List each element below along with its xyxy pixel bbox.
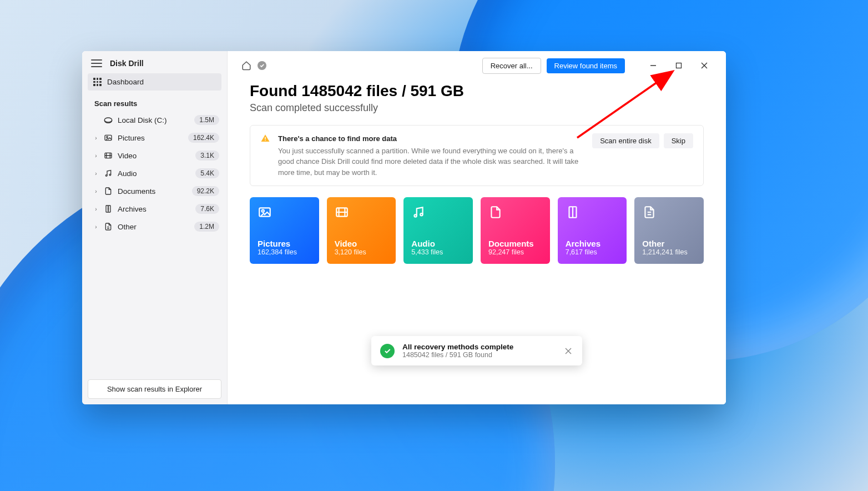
maximize-button[interactable] <box>666 57 692 74</box>
window-controls <box>640 57 717 74</box>
card-title: Documents <box>488 239 542 248</box>
card-title: Pictures <box>258 239 311 248</box>
sidebar-item-dashboard[interactable]: Dashboard <box>88 73 221 91</box>
sidebar-item-local-disk[interactable]: Local Disk (C:) 1.5M <box>82 111 227 129</box>
info-body: You just successfully scanned a partitio… <box>278 147 578 177</box>
dashboard-label: Dashboard <box>107 78 144 86</box>
svg-point-13 <box>262 210 264 212</box>
sidebar: Disk Drill Dashboard Scan results Local … <box>82 51 228 404</box>
card-video[interactable]: Video3,120 files <box>327 197 396 264</box>
status-check-icon[interactable] <box>258 61 266 70</box>
card-title: Archives <box>566 239 619 248</box>
show-in-explorer-button[interactable]: Show scan results in Explorer <box>88 379 221 399</box>
svg-point-4 <box>109 174 111 176</box>
other-icon <box>642 205 657 219</box>
card-title: Video <box>335 239 388 248</box>
card-archives[interactable]: Archives7,617 files <box>558 197 627 264</box>
count-badge: 5.4K <box>195 168 219 178</box>
svg-rect-7 <box>677 63 682 68</box>
svg-point-3 <box>105 175 107 177</box>
card-count: 1,214,241 files <box>642 248 696 256</box>
warning-icon <box>260 133 270 143</box>
audio-icon <box>411 205 426 219</box>
sidebar-item-other[interactable]: › Other 1.2M <box>82 218 227 236</box>
scan-entire-disk-button[interactable]: Scan entire disk <box>592 133 659 148</box>
toast-subtitle: 1485042 files / 591 GB found <box>402 351 556 359</box>
card-title: Other <box>642 239 696 248</box>
category-cards: Pictures162,384 files Video3,120 files A… <box>250 197 704 264</box>
sidebar-item-label: Audio <box>118 169 191 178</box>
documents-icon <box>488 205 503 219</box>
close-button[interactable] <box>692 57 717 74</box>
sidebar-item-label: Archives <box>118 205 191 213</box>
info-actions: Scan entire disk Skip <box>592 133 693 148</box>
sidebar-item-archives[interactable]: › Archives 7.6K <box>82 200 227 218</box>
svg-point-15 <box>415 214 417 217</box>
chevron-right-icon: › <box>93 135 99 141</box>
sidebar-item-label: Local Disk (C:) <box>118 116 190 124</box>
svg-rect-10 <box>265 137 266 139</box>
disk-icon <box>103 115 113 125</box>
archives-icon <box>103 204 113 214</box>
archives-icon <box>566 205 580 219</box>
card-title: Audio <box>411 239 465 248</box>
card-documents[interactable]: Documents92,247 files <box>481 197 550 264</box>
scan-results-heading: Scan results <box>82 91 227 111</box>
svg-point-1 <box>107 136 108 138</box>
info-title: There's a chance to find more data <box>278 133 584 144</box>
card-audio[interactable]: Audio5,433 files <box>403 197 473 264</box>
video-icon <box>335 205 349 219</box>
sidebar-header: Disk Drill <box>82 51 227 73</box>
recover-all-button[interactable]: Recover all... <box>482 58 541 74</box>
card-count: 5,433 files <box>411 248 465 256</box>
svg-rect-11 <box>265 140 266 141</box>
sidebar-item-label: Documents <box>118 187 188 196</box>
dashboard-icon <box>93 78 102 86</box>
home-icon[interactable] <box>241 60 252 71</box>
sidebar-item-audio[interactable]: › Audio 5.4K <box>82 164 227 182</box>
hamburger-icon[interactable] <box>91 59 102 67</box>
count-badge: 1.5M <box>194 115 219 125</box>
count-badge: 92.2K <box>192 186 219 196</box>
sidebar-item-documents[interactable]: › Documents 92.2K <box>82 182 227 200</box>
chevron-right-icon: › <box>93 188 99 194</box>
count-badge: 162.4K <box>188 133 219 143</box>
count-badge: 3.1K <box>195 151 219 161</box>
card-other[interactable]: Other1,214,241 files <box>634 197 704 264</box>
sidebar-item-video[interactable]: › Video 3.1K <box>82 147 227 164</box>
sidebar-footer: Show scan results in Explorer <box>82 374 227 404</box>
info-text: There's a chance to find more data You j… <box>278 133 584 178</box>
app-window: Disk Drill Dashboard Scan results Local … <box>82 51 726 404</box>
sidebar-item-label: Video <box>118 152 191 160</box>
main-panel: Recover all... Review found items Found … <box>228 51 726 404</box>
toast-close-icon[interactable] <box>563 346 573 356</box>
documents-icon <box>103 186 113 196</box>
minimize-button[interactable] <box>640 57 666 74</box>
pictures-icon <box>258 205 272 219</box>
sidebar-item-label: Other <box>118 223 190 231</box>
toolbar: Recover all... Review found items <box>228 51 726 74</box>
review-found-items-button[interactable]: Review found items <box>547 58 625 73</box>
card-pictures[interactable]: Pictures162,384 files <box>250 197 319 264</box>
app-title: Disk Drill <box>110 59 144 68</box>
info-box: There's a chance to find more data You j… <box>250 125 704 186</box>
audio-icon <box>103 168 113 178</box>
card-count: 92,247 files <box>488 248 542 256</box>
card-count: 162,384 files <box>258 248 311 256</box>
content: Found 1485042 files / 591 GB Scan comple… <box>228 74 726 264</box>
success-icon <box>380 344 395 358</box>
chevron-right-icon: › <box>93 224 99 230</box>
count-badge: 7.6K <box>195 204 219 214</box>
completion-toast: All recovery methods complete 1485042 fi… <box>371 336 582 365</box>
sidebar-item-label: Pictures <box>118 134 184 142</box>
card-count: 7,617 files <box>566 248 619 256</box>
video-icon <box>103 151 113 161</box>
count-badge: 1.2M <box>194 222 219 232</box>
other-icon <box>103 222 113 232</box>
sidebar-item-pictures[interactable]: › Pictures 162.4K <box>82 129 227 147</box>
skip-button[interactable]: Skip <box>664 133 693 148</box>
toast-title: All recovery methods complete <box>402 343 556 351</box>
results-heading: Found 1485042 files / 591 GB <box>250 82 704 100</box>
svg-point-16 <box>421 213 423 216</box>
chevron-right-icon: › <box>93 153 99 159</box>
